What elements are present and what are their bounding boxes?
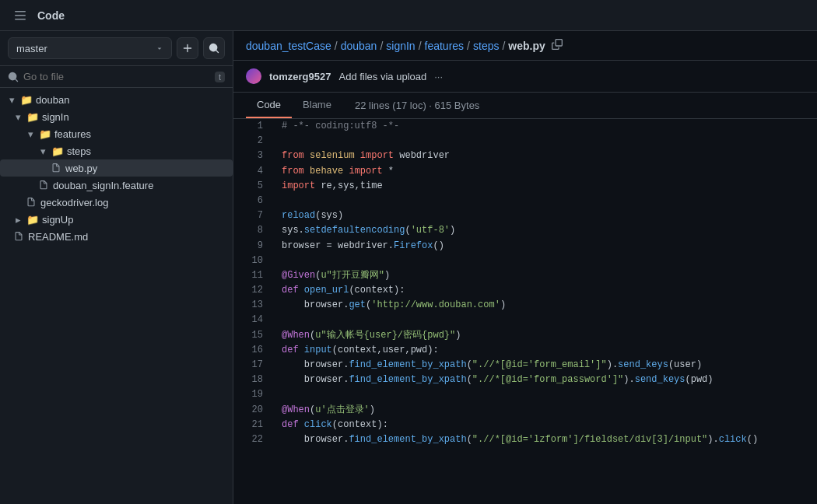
table-row: 18 browser.find_element_by_xpath(".//*[@…: [233, 373, 817, 387]
line-code: @When(u"输入帐号{user}/密码{pwd}"): [272, 328, 817, 343]
sidebar-toggle-button[interactable]: [9, 5, 31, 26]
line-number: 4: [233, 164, 272, 179]
table-row: 22 browser.find_element_by_xpath(".//*[@…: [233, 432, 817, 447]
tree-item-steps[interactable]: ▾ 📁 steps: [0, 142, 233, 159]
file-icon: [50, 162, 62, 174]
tree-item-web-py[interactable]: web.py: [0, 159, 233, 177]
table-row: 15 @When(u"输入帐号{user}/密码{pwd}"): [233, 328, 817, 343]
line-number: 18: [233, 373, 272, 387]
tree-item-signUp[interactable]: ▸ 📁 signUp: [0, 211, 233, 228]
line-code: browser.find_element_by_xpath(".//*[@id=…: [272, 432, 817, 447]
file-header: tomzerg9527 Add files via upload ···: [233, 61, 817, 93]
breadcrumb-part-4[interactable]: steps: [473, 40, 499, 52]
sidebar: master t ▾ 📁 douban: [0, 31, 233, 504]
table-row: 19: [233, 387, 817, 402]
branch-name: master: [16, 43, 47, 54]
chevron-down-icon: ▾: [12, 111, 23, 122]
folder-icon: 📁: [20, 93, 33, 106]
line-code: from behave import *: [272, 164, 817, 179]
line-code: browser = webdriver.Firefox(): [272, 239, 817, 254]
tree-item-geckodriver-log[interactable]: geckodriver.log: [0, 194, 233, 211]
line-code: def open_url(context):: [272, 283, 817, 298]
tree-item-signIn[interactable]: ▾ 📁 signIn: [0, 108, 233, 125]
line-code: def input(context,user,pwd):: [272, 343, 817, 358]
table-row: 10: [233, 254, 817, 268]
commit-dots: ···: [434, 71, 443, 82]
tab-blame[interactable]: Blame: [292, 93, 342, 118]
line-number: 5: [233, 179, 272, 194]
code-container[interactable]: 1 # -*- coding:utf8 -*- 2 3 from seleniu…: [233, 119, 817, 504]
folder-icon: 📁: [39, 128, 51, 140]
chevron-down-icon: ▾: [6, 94, 17, 105]
code-table: 1 # -*- coding:utf8 -*- 2 3 from seleniu…: [233, 119, 817, 447]
line-code: [272, 254, 817, 268]
search-kbd: t: [215, 72, 225, 82]
table-row: 16 def input(context,user,pwd):: [233, 343, 817, 358]
chevron-down-icon: ▾: [25, 128, 36, 139]
table-row: 7 reload(sys): [233, 208, 817, 223]
table-row: 6: [233, 194, 817, 208]
line-code: reload(sys): [272, 208, 817, 223]
breadcrumb-part-1[interactable]: douban: [341, 40, 377, 52]
line-code: # -*- coding:utf8 -*-: [272, 119, 817, 134]
line-number: 9: [233, 239, 272, 254]
table-row: 13 browser.get('http://www.douban.com'): [233, 298, 817, 313]
search-input[interactable]: [23, 71, 210, 82]
tree-label-signUp: signUp: [42, 214, 73, 226]
breadcrumb-current: web.py: [508, 40, 545, 52]
table-row: 1 # -*- coding:utf8 -*-: [233, 119, 817, 134]
table-row: 12 def open_url(context):: [233, 283, 817, 298]
avatar: [246, 68, 261, 84]
tree-label-signIn: signIn: [42, 111, 69, 123]
file-icon: [12, 230, 25, 243]
file-info: 22 lines (17 loc) · 615 Bytes: [355, 100, 479, 111]
line-number: 13: [233, 298, 272, 313]
tree-item-douban-signIn-feature[interactable]: douban_signIn.feature: [0, 177, 233, 194]
tab-code[interactable]: Code: [246, 93, 292, 118]
tree-label-douban-signIn-feature: douban_signIn.feature: [53, 180, 153, 191]
file-icon: [25, 196, 37, 208]
line-code: def click(context):: [272, 418, 817, 432]
tree-label-readme: README.md: [28, 231, 88, 243]
line-code: @Given(u"打开豆瓣网"): [272, 268, 817, 283]
top-bar: Code: [0, 0, 817, 31]
tree-label-douban: douban: [36, 94, 69, 106]
breadcrumb-part-0[interactable]: douban_testCase: [246, 40, 331, 52]
table-row: 2: [233, 134, 817, 149]
line-code: [272, 313, 817, 327]
line-number: 2: [233, 134, 272, 149]
branch-selector: master: [0, 31, 233, 66]
tree-item-douban[interactable]: ▾ 📁 douban: [0, 91, 233, 108]
file-tree: ▾ 📁 douban ▾ 📁 signIn ▾ 📁 features ▾ 📁 s…: [0, 88, 233, 504]
table-row: 14: [233, 313, 817, 327]
search-files-button[interactable]: [203, 37, 225, 59]
line-number: 12: [233, 283, 272, 298]
table-row: 4 from behave import *: [233, 164, 817, 179]
add-branch-button[interactable]: [177, 37, 198, 59]
table-row: 21 def click(context):: [233, 418, 817, 432]
tabs: Code Blame 22 lines (17 loc) · 615 Bytes: [233, 93, 817, 119]
breadcrumb-part-3[interactable]: features: [425, 40, 465, 52]
breadcrumb-part-2[interactable]: signIn: [386, 40, 415, 52]
content-area: douban_testCase / douban / signIn / feat…: [233, 31, 817, 504]
table-row: 20 @When(u'点击登录'): [233, 403, 817, 418]
tree-label-features: features: [54, 128, 91, 140]
tree-item-features[interactable]: ▾ 📁 features: [0, 125, 233, 142]
folder-icon: 📁: [26, 213, 39, 226]
line-number: 3: [233, 149, 272, 163]
line-number: 19: [233, 387, 272, 402]
folder-icon: 📁: [26, 110, 39, 123]
line-number: 11: [233, 268, 272, 283]
copy-path-icon[interactable]: [552, 39, 563, 52]
line-number: 14: [233, 313, 272, 327]
table-row: 3 from selenium import webdriver: [233, 149, 817, 163]
table-row: 9 browser = webdriver.Firefox(): [233, 239, 817, 254]
line-number: 20: [233, 403, 272, 418]
tree-item-readme[interactable]: README.md: [0, 228, 233, 245]
folder-icon: 📁: [51, 145, 64, 157]
committer-name: tomzerg9527: [269, 71, 331, 82]
line-code: browser.get('http://www.douban.com'): [272, 298, 817, 313]
line-code: from selenium import webdriver: [272, 149, 817, 163]
chevron-right-icon: ▸: [12, 214, 23, 225]
branch-dropdown[interactable]: master: [8, 37, 172, 59]
